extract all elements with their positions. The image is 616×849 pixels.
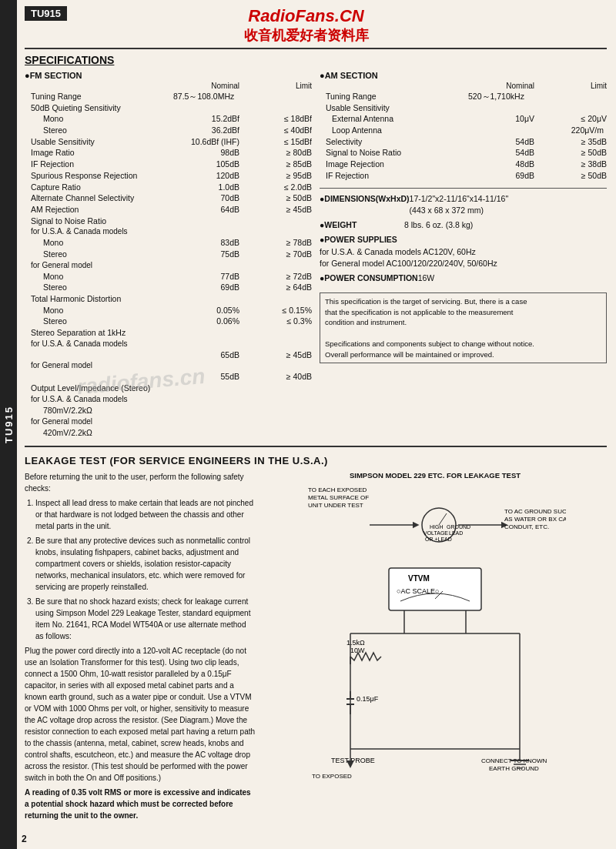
fm-snr-stereo-us-nominal: 75dB [173, 249, 243, 260]
svg-text:TO EXPOSED: TO EXPOSED [312, 773, 352, 780]
fm-stereo-row: Stereo 36.2dBf ≤ 40dBf [25, 125, 312, 136]
fm-stereo-sep: Stereo Separation at 1kHz [25, 327, 312, 339]
fm-usable-limit: ≤ 15dBf [243, 136, 312, 148]
fm-am-rej-limit: ≥ 45dB [243, 204, 312, 216]
fm-thd-label: Total Harmonic Distortion [25, 293, 312, 305]
svg-text:METAL SURFACE OF: METAL SURFACE OF [308, 494, 369, 501]
specs-columns: ●FM SECTION Nominal Limit Tuning Range 8… [25, 71, 607, 438]
svg-text:AS WATER OR BX CABLE,: AS WATER OR BX CABLE, [504, 516, 566, 523]
note-line3: condition and instrument. [325, 318, 407, 326]
svg-text:10W: 10W [350, 647, 365, 654]
fm-output-gen: for General model [25, 416, 312, 427]
am-sel-label: Selectivity [320, 136, 468, 148]
fm-spurious: Spurious Response Rejection 120dB ≥ 95dB [25, 170, 312, 182]
leakage-steps: Inspect all lead dress to make certain t… [25, 497, 256, 642]
fm-sep-us-nominal: 65dB [173, 349, 243, 361]
dimensions-value: 17-1/2"x2-11/16"x14-11/16" (443 x 68 x 3… [410, 193, 607, 218]
note-line2: that the specification is not applicable… [325, 308, 514, 316]
main-content: TU915 RadioFans.CN 收音机爱好者资料库 SPECIFICATI… [17, 0, 616, 831]
fm-stereo-label: Stereo [25, 125, 173, 136]
am-snr: Signal to Noise Ratio 54dB ≥ 50dB [320, 147, 607, 159]
leakage-title: LEAKAGE TEST (FOR SERVICE ENGINEERS IN T… [25, 455, 607, 466]
am-tuning: Tuning Range 520～1,710kHz [320, 91, 607, 102]
fm-output-label: Output Level/Impedance (Stereo) [25, 383, 312, 394]
am-section-title: ●AM SECTION [320, 71, 607, 80]
svg-text:TO AC GROUND SUCH: TO AC GROUND SUCH [504, 508, 566, 515]
fm-sep-us-label: for U.S.A. & Canada models [25, 339, 312, 349]
diagram-top-container: SIMPSON MODEL 229 ETC. FOR LEAKAGE TEST … [263, 471, 607, 560]
fm-thd-mono-limit: ≤ 0.15% [243, 305, 312, 316]
fm-snr-mono-us-label: Mono [25, 237, 173, 249]
am-sel-limit: ≥ 35dB [537, 136, 607, 148]
power-supplies-label: ●POWER SUPPLIES [320, 234, 404, 246]
am-usable: Usable Sensitivity [320, 102, 607, 114]
fm-snr-mono-gen-nominal: 77dB [173, 271, 243, 282]
am-image-nominal: 48dB [468, 159, 537, 170]
fm-image-label: Image Ratio [25, 147, 173, 159]
fm-spurious-limit: ≥ 95dB [243, 170, 312, 182]
fm-quieting-label: 50dB Quieting Sensitivity [25, 102, 312, 114]
fm-mono-nominal: 15.2dBf [173, 113, 243, 125]
fm-stereo-limit: ≤ 40dBf [243, 125, 312, 136]
fm-alt-nominal: 70dB [173, 192, 243, 204]
fm-sep-us-header: for U.S.A. & Canada models [25, 339, 312, 349]
power-consumption-label: ●POWER CONSUMPTION [320, 272, 418, 285]
fm-output-gen-value: 420mV/2.2kΩ [25, 427, 312, 439]
fm-snr-stereo-us-label: Stereo [25, 249, 173, 260]
fm-snr-mono-us-nominal: 83dB [173, 237, 243, 249]
note-line5: Specifications and components subject to… [325, 339, 534, 348]
fm-mono-row: Mono 15.2dBf ≤ 18dBf [25, 113, 312, 125]
fm-output-us: for U.S.A. & Canada models [25, 394, 312, 405]
power-gen-value: AC100/120/220/240V, 50/60Hz [386, 259, 497, 268]
dimensions-row: ●DIMENSIONS(WxHxD) 17-1/2"x2-11/16"x14-1… [320, 193, 607, 218]
weight-row: ●WEIGHT 8 lbs. 6 oz. (3.8 kg) [320, 219, 607, 232]
svg-text:CONDUIT, ETC.: CONDUIT, ETC. [504, 523, 549, 530]
fm-snr-mono-us-limit: ≥ 78dB [243, 237, 312, 249]
am-snr-limit: ≥ 50dB [537, 147, 607, 159]
leakage-diagrams: SIMPSON MODEL 229 ETC. FOR LEAKAGE TEST … [263, 471, 607, 824]
fm-output-us-value: 780mV/2.2kΩ [25, 405, 312, 416]
am-selectivity: Selectivity 54dB ≥ 35dB [320, 136, 607, 148]
power-consumption-value: 16W [418, 272, 607, 285]
fm-thd-stereo-limit: ≤ 0.3% [243, 316, 312, 327]
fm-snr-us-header: for U.S.A. & Canada models [25, 226, 312, 237]
fm-col: ●FM SECTION Nominal Limit Tuning Range 8… [25, 71, 312, 438]
leakage-para1: Plug the power cord directly into a 120-… [25, 645, 256, 784]
fm-capture: Capture Ratio 1.0dB ≤ 2.0dB [25, 182, 312, 193]
fm-capture-nominal: 1.0dB [173, 182, 243, 193]
am-if-nominal: 69dB [468, 170, 537, 182]
am-col: ●AM SECTION Nominal Limit Tuning Range 5… [320, 71, 607, 438]
leakage-divider [25, 446, 607, 447]
fm-snr-mono-gen-label: Mono [25, 271, 173, 282]
fm-sep-gen-limit: ≥ 40dB [243, 371, 312, 383]
fm-output-gen-val: 420mV/2.2kΩ [25, 427, 312, 439]
fm-if-label: IF Rejection [25, 159, 173, 170]
fm-thd-mono: Mono 0.05% ≤ 0.15% [25, 305, 312, 316]
am-nominal-header: Nominal [468, 82, 537, 90]
fm-am-rej-label: AM Rejection [25, 204, 173, 216]
fm-alt-label: Alternate Channel Selectivity [25, 192, 173, 204]
power-supplies-details: for U.S.A. & Canada models AC120V, 60Hz … [320, 246, 607, 271]
fm-if-nominal: 105dB [173, 159, 243, 170]
fm-tuning-label: Tuning Range [25, 91, 173, 102]
fm-output: Output Level/Impedance (Stereo) [25, 383, 312, 394]
fm-snr: Signal to Noise Ratio [25, 216, 312, 227]
fm-gen-label: for General model [25, 260, 312, 271]
fm-spurious-label: Spurious Response Rejection [25, 170, 173, 182]
power-gen-label: for General model [320, 259, 384, 268]
svg-text:LEAD: LEAD [449, 530, 463, 536]
fm-if-rejection: IF Rejection 105dB ≥ 85dB [25, 159, 312, 170]
fm-sep-gen-row: 55dB ≥ 40dB [25, 371, 312, 383]
fm-thd-stereo: Stereo 0.06% ≤ 0.3% [25, 316, 312, 327]
fm-alt-limit: ≥ 50dB [243, 192, 312, 204]
diagram-top-svg: TO EACH EXPOSED METAL SURFACE OF UNIT UN… [304, 483, 566, 560]
fm-capture-label: Capture Ratio [25, 182, 173, 193]
am-limit-header: Limit [537, 82, 607, 90]
fm-snr-stereo-us-limit: ≥ 70dB [243, 249, 312, 260]
fm-output-gen-label: for General model [25, 416, 312, 427]
weight-value: 8 lbs. 6 oz. (3.8 kg) [404, 219, 607, 232]
fm-sep-gen-header: for General model [25, 360, 312, 371]
fm-sep-us-limit: ≥ 45dB [243, 349, 312, 361]
fm-thd-mono-nominal: 0.05% [173, 305, 243, 316]
am-snr-label: Signal to Noise Ratio [320, 147, 468, 159]
